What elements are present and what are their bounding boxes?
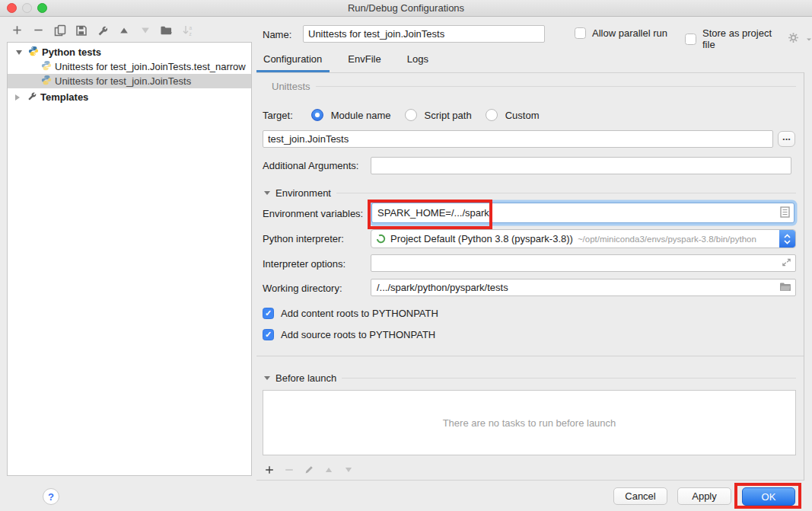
cancel-button[interactable]: Cancel bbox=[613, 487, 667, 505]
browse-button[interactable]: ... bbox=[778, 131, 795, 147]
store-as-project-file-checkbox[interactable]: Store as project file bbox=[685, 27, 812, 50]
additional-arguments-label: Additional Arguments: bbox=[263, 160, 358, 171]
wrench-icon bbox=[27, 91, 37, 104]
apply-button-label: Apply bbox=[692, 490, 717, 502]
tree-item-python-tests[interactable]: Python tests bbox=[8, 45, 251, 59]
add-source-roots-checkbox[interactable]: ✓ Add source roots to PYTHONPATH bbox=[263, 329, 435, 340]
tab-logs[interactable]: Logs bbox=[407, 53, 428, 69]
unittests-group-header: Unittests bbox=[272, 81, 796, 92]
working-directory-label: Working directory: bbox=[263, 283, 342, 294]
module-name-input[interactable] bbox=[263, 130, 773, 148]
add-task-icon[interactable] bbox=[263, 463, 275, 476]
pane-divider bbox=[256, 356, 804, 356]
radio-module-name-label[interactable]: Module name bbox=[331, 110, 391, 121]
ok-button[interactable]: OK bbox=[742, 487, 795, 506]
sort-alphabetically-icon: az bbox=[181, 24, 194, 37]
add-icon[interactable] bbox=[11, 24, 24, 37]
before-launch-group-header[interactable]: Before launch bbox=[264, 372, 796, 384]
pane-right-border bbox=[804, 72, 804, 481]
move-task-down-icon bbox=[342, 463, 355, 476]
expand-field-icon[interactable] bbox=[782, 257, 791, 270]
remove-icon[interactable] bbox=[32, 24, 45, 37]
tree-item-label: Unittests for test_join.JoinTests bbox=[55, 75, 191, 87]
store-as-project-file-label: Store as project file bbox=[702, 27, 777, 50]
python-interpreter-value: Project Default (Python 3.8 (pyspark-3.8… bbox=[390, 233, 573, 244]
move-down-icon bbox=[139, 24, 151, 37]
environment-variables-label: Environment variables: bbox=[263, 208, 363, 219]
collapse-caret-icon[interactable] bbox=[15, 94, 20, 101]
environment-group-label: Environment bbox=[275, 187, 331, 199]
configurations-toolbar: az bbox=[11, 24, 194, 37]
before-launch-group-label: Before launch bbox=[275, 372, 336, 384]
edit-variables-icon[interactable] bbox=[780, 206, 790, 220]
allow-parallel-run-label: Allow parallel run bbox=[592, 27, 667, 39]
checkbox-checked-icon[interactable]: ✓ bbox=[263, 308, 274, 319]
move-up-icon[interactable] bbox=[117, 24, 130, 37]
python-interpreter-label: Python interpreter: bbox=[263, 233, 344, 244]
radio-custom-label[interactable]: Custom bbox=[505, 110, 540, 121]
name-label: Name: bbox=[263, 29, 291, 40]
conda-environment-icon bbox=[376, 234, 386, 244]
allow-parallel-run-checkbox[interactable]: Allow parallel run bbox=[575, 27, 667, 39]
tab-envfile[interactable]: EnvFile bbox=[348, 53, 381, 69]
tree-item-templates[interactable]: Templates bbox=[8, 90, 251, 104]
add-content-roots-label: Add content roots to PYTHONPATH bbox=[281, 308, 438, 319]
working-directory-input[interactable] bbox=[375, 279, 779, 295]
svg-text:a: a bbox=[189, 25, 192, 30]
edit-task-icon bbox=[302, 463, 315, 476]
copy-icon[interactable] bbox=[53, 24, 66, 37]
radio-custom[interactable] bbox=[486, 109, 498, 121]
collapse-triangle-icon[interactable] bbox=[264, 191, 270, 195]
wrench-icon[interactable] bbox=[96, 24, 109, 37]
radio-module-name[interactable] bbox=[311, 109, 323, 121]
tree-item-unittest-narrow[interactable]: Unittests for test_join.JoinTests.test_n… bbox=[8, 59, 251, 74]
target-row: Target: Module name Script path Custom bbox=[263, 107, 539, 123]
add-content-roots-checkbox[interactable]: ✓ Add content roots to PYTHONPATH bbox=[263, 308, 438, 319]
target-label: Target: bbox=[263, 110, 293, 121]
help-button[interactable]: ? bbox=[43, 488, 59, 505]
interpreter-options-field bbox=[371, 254, 796, 272]
name-input[interactable] bbox=[303, 25, 545, 43]
move-task-up-icon bbox=[322, 463, 335, 476]
help-button-label: ? bbox=[48, 491, 54, 503]
pane-bottom-border bbox=[256, 480, 804, 481]
cancel-button-label: Cancel bbox=[625, 490, 655, 502]
python-interpreter-select[interactable]: Project Default (Python 3.8 (pyspark-3.8… bbox=[371, 229, 796, 248]
python-test-icon bbox=[41, 75, 52, 88]
chevron-down-icon bbox=[806, 34, 812, 45]
folder-icon[interactable] bbox=[779, 282, 791, 294]
interpreter-options-input[interactable] bbox=[375, 255, 782, 271]
environment-group-header[interactable]: Environment bbox=[264, 187, 796, 199]
additional-arguments-input[interactable] bbox=[371, 157, 791, 174]
environment-variables-field bbox=[371, 203, 794, 223]
dropdown-stepper-icon[interactable] bbox=[779, 230, 795, 248]
before-launch-empty-text: There are no tasks to run before launch bbox=[443, 417, 616, 429]
collapse-triangle-icon[interactable] bbox=[264, 376, 270, 380]
environment-variables-input[interactable] bbox=[376, 203, 780, 222]
radio-script-path-label[interactable]: Script path bbox=[425, 110, 472, 121]
tree-item-unittest-jointests-selected[interactable]: Unittests for test_join.JoinTests bbox=[8, 74, 251, 88]
svg-text:z: z bbox=[189, 30, 191, 36]
tab-configuration[interactable]: Configuration bbox=[263, 53, 322, 69]
apply-button[interactable]: Apply bbox=[677, 487, 731, 505]
tree-item-label: Python tests bbox=[42, 46, 101, 58]
add-source-roots-label: Add source roots to PYTHONPATH bbox=[281, 329, 435, 340]
window-titlebar: Run/Debug Configurations bbox=[0, 0, 812, 17]
pane-top-border bbox=[256, 72, 804, 73]
remove-task-icon bbox=[282, 463, 295, 476]
save-icon[interactable] bbox=[75, 24, 88, 37]
gear-icon[interactable] bbox=[788, 32, 799, 46]
checkbox-unchecked-icon[interactable] bbox=[575, 27, 586, 39]
python-icon bbox=[28, 46, 39, 59]
checkbox-checked-icon[interactable]: ✓ bbox=[263, 329, 274, 340]
tree-item-label: Unittests for test_join.JoinTests.test_n… bbox=[55, 61, 246, 72]
python-interpreter-path: ~/opt/miniconda3/envs/pyspark-3.8/bin/py… bbox=[578, 235, 779, 244]
configuration-tabs: Configuration EnvFile Logs bbox=[263, 53, 428, 69]
new-folder-icon[interactable] bbox=[160, 24, 173, 37]
before-launch-tasks-list: There are no tasks to run before launch bbox=[263, 390, 796, 455]
radio-script-path[interactable] bbox=[405, 109, 417, 121]
checkbox-unchecked-icon[interactable] bbox=[685, 34, 696, 45]
interpreter-options-label: Interpreter options: bbox=[263, 258, 345, 270]
tree-item-label: Templates bbox=[40, 91, 88, 103]
expand-caret-icon[interactable] bbox=[16, 50, 22, 55]
